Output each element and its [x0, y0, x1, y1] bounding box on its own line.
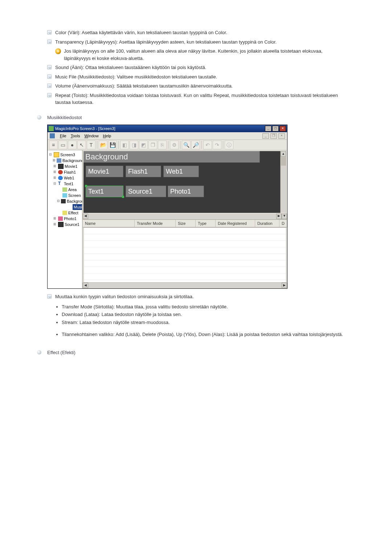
mdi-minimize-button[interactable]: _ — [262, 133, 269, 139]
tool-redo-icon[interactable]: ↷ — [213, 141, 221, 149]
bullet-color: Color (Väri): Asettaa käytettävän värin,… — [47, 29, 345, 36]
sub-download: Download (Lataa): Lataa tiedoston näytöl… — [62, 311, 345, 318]
canvas-web1[interactable]: Web1 — [163, 166, 199, 177]
app-window: MagicInfoPro Screen3 - [Screen3] _ □ × F… — [47, 125, 287, 289]
section-music-title: Musiikkitiedostot — [47, 114, 82, 121]
tool-align-icon[interactable]: ≡ — [49, 141, 58, 149]
scroll-up-icon[interactable]: ▲ — [281, 151, 286, 157]
tool-copy-icon[interactable]: ⎘ — [158, 141, 167, 149]
tool-undo-icon[interactable]: ↶ — [203, 141, 212, 149]
grid-scroll-left-icon[interactable]: ◀ — [83, 283, 88, 288]
tree-movie1[interactable]: ⊞ Movie1 — [48, 163, 82, 169]
tool-save-icon[interactable]: 💾 — [108, 141, 117, 149]
section-effect-title: Effect (Efekti) — [47, 349, 75, 356]
tool-layers-icon[interactable]: ❐ — [148, 141, 157, 149]
note-icon: + — [55, 48, 61, 54]
section-orb-icon — [37, 115, 41, 119]
tool-open-icon[interactable]: 📂 — [99, 141, 107, 149]
tree-screen[interactable]: Screen — [48, 193, 82, 198]
tree-source1[interactable]: ⊞ Source1 — [48, 222, 82, 227]
tool-info-icon[interactable]: ⓘ — [225, 141, 233, 149]
canvas-hscroll[interactable]: ◀ ▶ ▼ — [83, 214, 287, 219]
toolbar: ≡ ▭ ● ↖ T 📂 💾 ◧ ◨ ◩ ❐ ⎘ ⚙ 🔍 🔎 ↶ ↷ ⓘ — [48, 140, 287, 150]
tool-bring-front-icon[interactable]: ◩ — [139, 141, 148, 149]
scroll-down-icon[interactable]: ▼ — [282, 214, 287, 219]
menu-help[interactable]: Help — [103, 133, 111, 139]
mdi-close-button[interactable]: × — [278, 133, 285, 139]
bullet-transparency: Transparency (Läpinäkyvyys): Asettaa läp… — [47, 39, 345, 62]
col-size[interactable]: Size — [176, 220, 196, 227]
canvas-movie1[interactable]: Movie1 — [86, 166, 123, 177]
tool-send-back-icon[interactable]: ◨ — [130, 141, 138, 149]
tree-background[interactable]: ⊞ Background — [48, 158, 82, 163]
footnote: Muuttaa kunkin tyypin valitun tiedoston … — [55, 293, 345, 300]
canvas-background[interactable]: Background — [83, 151, 260, 163]
tree-flash1[interactable]: ⊞ Flash1 — [48, 169, 82, 175]
maximize-button[interactable]: □ — [272, 126, 279, 131]
canvas-vscroll[interactable]: ▲ — [280, 151, 286, 213]
menu-tools[interactable]: Tools — [71, 133, 80, 139]
window-titlebar[interactable]: MagicInfoPro Screen3 - [Screen3] _ □ × — [48, 125, 287, 132]
tree-effect[interactable]: Effect — [48, 210, 82, 216]
grid-hscroll[interactable]: ◀ ▶ — [83, 283, 287, 288]
tree-bg2[interactable]: ⊟ Background — [48, 198, 82, 204]
tool-text-icon[interactable]: T — [87, 141, 95, 149]
col-type[interactable]: Type — [196, 220, 216, 227]
close-button[interactable]: × — [279, 126, 286, 131]
col-duration[interactable]: Duration — [255, 220, 279, 227]
grid-body[interactable] — [83, 227, 286, 283]
bullet-sound: Sound (Ääni): Ottaa tekstialueen taustaä… — [47, 64, 345, 71]
bullet-musicfile: Music File (Musiikkitiedosto): Valitsee … — [47, 73, 345, 81]
tool-camera-icon[interactable]: ◧ — [120, 141, 129, 149]
tool-screen-icon[interactable]: ▭ — [58, 141, 67, 149]
col-name[interactable]: Name — [83, 220, 135, 227]
scroll-right-icon[interactable]: ▶ — [276, 214, 282, 219]
transparency-note: Jos läpinäkyvyys on alle 100, valitun al… — [64, 48, 345, 62]
col-d[interactable]: D — [279, 220, 287, 227]
tree-area[interactable]: Area — [48, 187, 82, 193]
canvas-text1[interactable]: Text1 — [86, 186, 123, 197]
tool-globe-icon[interactable]: ● — [68, 141, 77, 149]
tree-text1[interactable]: ⊟T Text1 — [48, 181, 82, 187]
tool-cursor-icon[interactable]: ↖ — [77, 141, 86, 149]
col-date[interactable]: Date Registered — [216, 220, 255, 227]
menu-file[interactable]: File — [60, 133, 66, 139]
canvas[interactable]: Background Movie1 Flash1 Web1 Text1 Sour… — [83, 151, 286, 213]
mdi-restore-button[interactable]: ❐ — [270, 133, 277, 139]
sub-transfer: Transfer Mode (Siirtotila): Muuttaa tila… — [62, 303, 345, 311]
col-transfer[interactable]: Transfer Mode — [135, 220, 176, 227]
canvas-flash1[interactable]: Flash1 — [126, 166, 161, 177]
canvas-source1[interactable]: Source1 — [126, 186, 166, 197]
app-logo-icon — [49, 126, 54, 131]
menu-bar: File Tools Window Help _ ❐ × — [48, 132, 287, 140]
tree-panel: ⊟ Screen3 ⊞ Background ⊞ Movie1 ⊞ Flash1… — [48, 150, 83, 288]
tree-photo1[interactable]: ⊞ Photo1 — [48, 216, 82, 222]
bullet-transparency-text: Transparency (Läpinäkyvyys): Asettaa läp… — [55, 39, 277, 45]
menu-window[interactable]: Window — [84, 133, 98, 139]
grid-header: Name Transfer Mode Size Type Date Regist… — [83, 219, 287, 228]
tool-zoomout-icon[interactable]: 🔎 — [191, 141, 200, 149]
tool-gear-icon[interactable]: ⚙ — [170, 141, 179, 149]
scroll-left-icon[interactable]: ◀ — [83, 214, 88, 219]
grid-scroll-right-icon[interactable]: ▶ — [282, 283, 287, 288]
sub-stream: Stream: Lataa tiedoston näytölle stream-… — [62, 319, 345, 326]
tree-web1[interactable]: ⊞ Web1 — [48, 175, 82, 181]
canvas-photo1[interactable]: Photo1 — [168, 186, 204, 197]
mdi-logo-icon — [50, 133, 55, 138]
window-title: MagicInfoPro Screen3 - [Screen3] — [55, 126, 115, 132]
tree-screen3[interactable]: ⊟ Screen3 — [48, 152, 82, 158]
minimize-button[interactable]: _ — [265, 126, 271, 131]
section-orb-icon — [37, 350, 41, 355]
tree-musicfile[interactable]: Music File — [48, 204, 82, 210]
bullet-volume: Volume (Äänenvoimakkuus): Säätää tekstia… — [47, 82, 345, 90]
bullet-repeat: Repeat (Toisto): Musiikkitiedostoa voida… — [47, 92, 345, 106]
sub-context: Tilannekohtainen valikko: Add (Lisää), D… — [62, 331, 345, 338]
tool-zoomin-icon[interactable]: 🔍 — [182, 141, 191, 149]
